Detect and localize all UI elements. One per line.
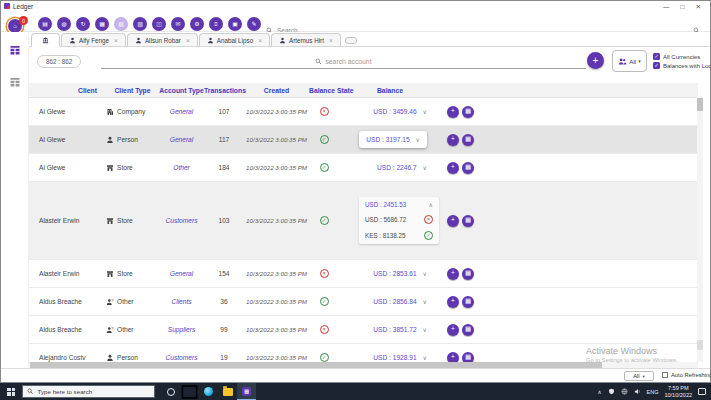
add-transaction-button[interactable]: + xyxy=(447,352,459,363)
tray-expand-icon[interactable]: ∧ xyxy=(598,389,602,395)
file-explorer-button[interactable] xyxy=(218,383,237,400)
account-type-link[interactable]: General xyxy=(159,136,204,143)
chevron-down-icon[interactable]: ∨ xyxy=(423,298,427,305)
checkbox-checked-icon[interactable]: ✓ xyxy=(653,62,660,69)
option-all-currencies[interactable]: ✓All Currencies xyxy=(653,53,711,60)
network-icon[interactable] xyxy=(621,388,628,395)
table-row[interactable]: Aldus BreacheOtherClients3610/3/2022 3:0… xyxy=(29,288,698,316)
chevron-up-icon[interactable]: ∧ xyxy=(429,201,433,208)
add-transaction-button[interactable]: + xyxy=(447,162,459,174)
shield-icon[interactable] xyxy=(608,388,615,395)
add-transaction-button[interactable]: + xyxy=(447,268,459,280)
toolbar-settings-button[interactable]: ⚙ xyxy=(190,17,204,31)
tab-allsun-robar[interactable]: Allsun Robar× xyxy=(127,33,198,46)
auto-refresh-option[interactable]: Auto Refreshing xyxy=(662,372,711,378)
balance-cell[interactable]: USD : 3459.46∨ xyxy=(339,108,441,115)
range-chip[interactable]: 862 : 862 xyxy=(37,55,81,68)
toolbar-columns-button[interactable]: ◫ xyxy=(152,17,166,31)
auto-refresh-checkbox[interactable] xyxy=(662,372,668,378)
task-view-button[interactable] xyxy=(180,383,199,400)
account-search-input[interactable]: search account xyxy=(101,55,586,69)
details-button[interactable]: ▦ xyxy=(462,324,474,336)
account-type-link[interactable]: Other xyxy=(159,164,204,171)
taskbar-clock[interactable]: 7:59 PM 10/10/2022 xyxy=(664,385,692,398)
edge-button[interactable] xyxy=(199,383,218,400)
details-button[interactable]: ▦ xyxy=(462,162,474,174)
table-row[interactable]: Alasteir ErwinStoreCustomers10310/3/2022… xyxy=(29,182,698,260)
chevron-down-icon[interactable]: ∨ xyxy=(423,354,427,361)
toolbar-file-button[interactable]: ▤ xyxy=(38,17,52,31)
close-icon[interactable]: ✕ xyxy=(696,2,701,11)
account-type-link[interactable]: Customers xyxy=(159,217,204,224)
chevron-down-icon[interactable]: ∨ xyxy=(423,326,427,333)
maximize-icon[interactable]: □ xyxy=(681,2,685,11)
add-transaction-button[interactable]: + xyxy=(447,324,459,336)
balance-cell[interactable]: USD : 1928.91∨ xyxy=(339,354,441,361)
tab-artemus-hirt[interactable]: Artemus Hirt× xyxy=(271,33,341,46)
close-tab-icon[interactable]: × xyxy=(186,37,190,44)
toolbar-report-button[interactable]: ▣ xyxy=(228,17,242,31)
table-row[interactable]: Aldus BreacheOtherSuppliers9910/3/2022 3… xyxy=(29,316,698,344)
checkbox-checked-icon[interactable]: ✓ xyxy=(653,53,660,60)
add-transaction-button[interactable]: + xyxy=(447,106,459,118)
close-tab-icon[interactable]: × xyxy=(258,37,262,44)
toolbar-rows-button[interactable]: ▥ xyxy=(133,17,147,31)
details-button[interactable]: ▦ xyxy=(462,134,474,146)
chevron-down-icon[interactable]: ∨ xyxy=(423,164,427,171)
table-row[interactable]: Al GlewePersonGeneral11710/3/2022 3:00:3… xyxy=(29,126,698,154)
details-button[interactable]: ▦ xyxy=(462,352,474,363)
balance-cell[interactable]: USD : 2853.61∨ xyxy=(339,270,441,277)
scrollbar-thumb[interactable] xyxy=(697,98,703,111)
table-row[interactable]: Alasteir ErwinStoreGeneral15410/3/2022 3… xyxy=(29,260,698,288)
tab-anabal-lipso[interactable]: Anabal Lipso× xyxy=(199,33,270,46)
toolbar-mail-button[interactable]: ✉ xyxy=(171,17,185,31)
chevron-down-icon[interactable]: ∨ xyxy=(423,108,427,115)
close-tab-icon[interactable]: × xyxy=(114,37,118,44)
details-button[interactable]: ▦ xyxy=(462,106,474,118)
close-tab-icon[interactable]: × xyxy=(329,37,333,44)
balance-cell[interactable]: USD : 2856.84∨ xyxy=(339,298,441,305)
taskbar-search-input[interactable]: Type here to search xyxy=(22,385,155,398)
chevron-down-icon[interactable]: ∨ xyxy=(416,136,420,143)
chevron-down-icon[interactable]: ∨ xyxy=(423,270,427,277)
account-type-link[interactable]: General xyxy=(159,108,204,115)
balance-card[interactable]: USD : 3197.15∨ xyxy=(359,131,427,148)
details-button[interactable]: ▦ xyxy=(462,296,474,308)
add-transaction-button[interactable]: + xyxy=(447,215,459,227)
client-filter-dropdown[interactable]: All ▾ xyxy=(612,50,647,72)
table-row[interactable]: Al GleweCompanyGeneral10710/3/2022 3:00:… xyxy=(29,98,698,126)
tab-alfy-fenge[interactable]: Alfy Fenge× xyxy=(61,33,126,46)
toolbar-clients-button[interactable]: ◍ xyxy=(57,17,71,31)
action-center-icon[interactable] xyxy=(698,388,706,395)
toolbar-grid-button[interactable]: ▦ xyxy=(95,17,109,31)
tab-home[interactable] xyxy=(31,33,60,47)
add-transaction-button[interactable]: + xyxy=(447,296,459,308)
balance-cell[interactable]: USD : 2246.7∨ xyxy=(339,164,441,171)
start-button[interactable] xyxy=(0,383,22,400)
volume-icon[interactable] xyxy=(634,388,641,395)
language-indicator[interactable]: ENG xyxy=(647,389,659,395)
minimize-icon[interactable]: — xyxy=(663,2,670,11)
cortana-button[interactable] xyxy=(161,383,180,400)
sidebar-item-secondary-table[interactable] xyxy=(9,74,21,86)
new-tab-button[interactable] xyxy=(345,37,357,44)
option-balances-with-local[interactable]: ✓Balances with Local xyxy=(653,62,711,69)
toolbar-list-button[interactable]: ≡ xyxy=(209,17,223,31)
balance-cell[interactable]: USD : 2451.53∧USD : 5686.72×KES : 8138.2… xyxy=(339,197,441,244)
vertical-scrollbar[interactable] xyxy=(697,97,703,362)
page-size-dropdown[interactable]: All ▾ xyxy=(624,371,654,381)
ledger-app-button[interactable]: ▦ xyxy=(237,383,256,400)
account-type-link[interactable]: Clients xyxy=(159,298,204,305)
balance-entry[interactable]: USD : 2451.53∧ xyxy=(365,201,433,208)
details-button[interactable]: ▦ xyxy=(462,268,474,280)
toolbar-refresh-button[interactable]: ↻ xyxy=(76,17,90,31)
table-row[interactable]: Alejandro CostvPersonCustomers1910/3/202… xyxy=(29,344,698,362)
add-account-button[interactable]: + xyxy=(587,52,604,69)
account-type-link[interactable]: General xyxy=(159,270,204,277)
add-transaction-button[interactable]: + xyxy=(447,134,459,146)
table-row[interactable]: Al GleweStoreOther18410/3/2022 3:00:35 P… xyxy=(29,154,698,182)
toolbar-edit-button[interactable]: ✎ xyxy=(247,17,261,31)
scrollbar-arrow[interactable] xyxy=(697,340,703,350)
balance-cell[interactable]: USD : 3851.72∨ xyxy=(339,326,441,333)
toolbar-chart-button[interactable]: ▧ xyxy=(114,17,128,31)
